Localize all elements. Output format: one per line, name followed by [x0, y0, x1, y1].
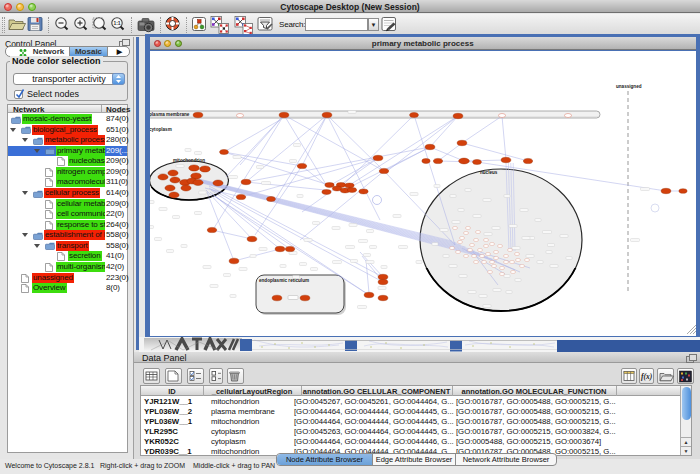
- svg-text:f(x): f(x): [641, 372, 653, 381]
- svg-text:1:1: 1:1: [113, 20, 120, 26]
- svg-text:nucleus: nucleus: [480, 170, 498, 175]
- svg-text:cytoplasm: cytoplasm: [149, 127, 172, 132]
- svg-text:plasma membrane: plasma membrane: [149, 112, 190, 117]
- svg-text:mitochondrion: mitochondrion: [173, 158, 205, 163]
- svg-text:unassigned: unassigned: [616, 84, 642, 89]
- svg-text:endoplasmic reticulum: endoplasmic reticulum: [259, 278, 309, 283]
